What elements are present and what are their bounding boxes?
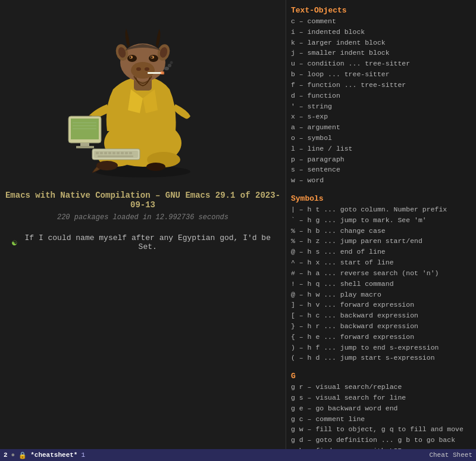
- section-title-1: Symbols: [291, 194, 471, 203]
- cheat-item: b – loop ... tree-sitter: [291, 69, 471, 80]
- cheat-item: % – h b ... change case: [291, 226, 471, 236]
- svg-rect-17: [96, 152, 99, 154]
- main-area: Emacs with Native Compilation – GNU Emac…: [0, 0, 476, 461]
- cheat-item: [ – h c ... backward expression: [291, 310, 471, 321]
- emacs-title: Emacs with Native Compilation – GNU Emac…: [0, 191, 286, 210]
- cheat-item: p – paragraph: [291, 154, 471, 165]
- fortune-icon: ☯: [12, 238, 17, 248]
- cheat-item: # – h a ... reverse search (not 'n'): [291, 268, 471, 279]
- svg-point-33: [149, 55, 158, 62]
- cheat-item: ' – string: [291, 101, 471, 112]
- svg-rect-19: [104, 152, 107, 154]
- cheat-item: g e – go backward word end: [291, 403, 471, 414]
- left-panel: Emacs with Native Compilation – GNU Emac…: [0, 0, 286, 461]
- section-spacer: [291, 363, 471, 368]
- svg-rect-14: [76, 146, 94, 148]
- svg-rect-20: [108, 152, 111, 154]
- cheat-item: x – s-exp: [291, 111, 471, 122]
- cheat-item: l – line / list: [291, 144, 471, 154]
- cheat-item: { – h e ... forward expression: [291, 332, 471, 342]
- status-num: 2: [4, 451, 8, 459]
- status-filename: *cheatsheet*: [30, 451, 77, 459]
- fortune-text: If I could name myself after any Egyptia…: [21, 233, 274, 251]
- status-lock: 🔒: [18, 451, 27, 459]
- cheat-item: @ – h s ... end of line: [291, 247, 471, 257]
- cheat-item: d – function: [291, 91, 471, 101]
- svg-point-5: [96, 161, 118, 170]
- cheat-item: g w – fill to object, g q to fill and mo…: [291, 424, 471, 435]
- svg-point-6: [146, 163, 165, 171]
- svg-rect-18: [100, 152, 103, 154]
- svg-rect-9: [71, 119, 99, 139]
- cheat-item: g c – comment line: [291, 414, 471, 425]
- cheat-item: o – symbol: [291, 133, 471, 144]
- cheat-item: g r – visual search/replace: [291, 382, 471, 393]
- cheat-item: % – h z ... jump paren start/end: [291, 236, 471, 247]
- cheat-item: @ – h w ... play macro: [291, 289, 471, 300]
- status-mode: Cheat Sheet: [429, 451, 472, 459]
- svg-point-37: [151, 57, 153, 58]
- cheat-item: s – sentence: [291, 164, 471, 175]
- cheat-item: g d – goto definition ... g b to go back: [291, 435, 471, 446]
- svg-rect-43: [161, 71, 164, 74]
- svg-rect-25: [129, 152, 132, 154]
- svg-rect-42: [148, 72, 162, 74]
- cheat-item: ^ – h x ... start of line: [291, 257, 471, 268]
- cheat-item: c – comment: [291, 16, 471, 27]
- svg-point-46: [170, 61, 173, 64]
- cheat-item: a – argument: [291, 122, 471, 133]
- cheat-item: g s – visual search for line: [291, 393, 471, 403]
- cheat-item: u – condition ... tree-sitter: [291, 58, 471, 69]
- cheat-item: f – function ... tree-sitter: [291, 80, 471, 91]
- cheat-item: k – larger indent block: [291, 38, 471, 48]
- gnu-mascot: [60, 12, 226, 179]
- svg-point-44: [164, 67, 169, 70]
- svg-rect-23: [121, 152, 124, 154]
- cheat-item: } – h r ... backward expression: [291, 321, 471, 332]
- svg-rect-21: [112, 152, 115, 154]
- section-spacer: [291, 186, 471, 191]
- status-col: 1: [81, 451, 85, 459]
- svg-point-32: [127, 55, 137, 62]
- status-dot: ●: [11, 451, 15, 459]
- svg-rect-22: [117, 152, 120, 154]
- cheat-item: | – h t ... goto column. Number prefix: [291, 204, 471, 215]
- cheat-item: ( – h d ... jump start s-expression: [291, 353, 471, 363]
- cheat-item: ! – h q ... shell command: [291, 279, 471, 289]
- section-title-2: G: [291, 372, 471, 381]
- app-window: Emacs with Native Compilation – GNU Emac…: [0, 0, 476, 461]
- section-title-0: Text-Objects: [291, 6, 471, 15]
- svg-point-30: [136, 67, 141, 71]
- svg-rect-24: [125, 152, 128, 154]
- cheat-item: j – smaller indent block: [291, 48, 471, 58]
- cheat-item: w – word: [291, 175, 471, 186]
- cheat-item: ) – h f ... jump to end s-expression: [291, 342, 471, 353]
- svg-point-31: [145, 67, 149, 71]
- status-bar: 2 ● 🔒 *cheatsheet* 1 Cheat Sheet: [0, 449, 476, 461]
- cheat-item: ` – h g ... jump to mark. See 'm': [291, 215, 471, 226]
- right-panel[interactable]: Text-Objects c – comment i – indented bl…: [286, 0, 476, 449]
- cheat-item: i – indented block: [291, 27, 471, 38]
- cheat-item: ] – h v ... forward expression: [291, 300, 471, 310]
- fortune-message: ☯ If I could name myself after any Egypt…: [0, 233, 286, 251]
- packages-info: 220 packages loaded in 12.992736 seconds: [57, 213, 228, 222]
- svg-rect-26: [98, 155, 133, 157]
- svg-point-45: [168, 64, 171, 67]
- svg-point-36: [130, 57, 131, 58]
